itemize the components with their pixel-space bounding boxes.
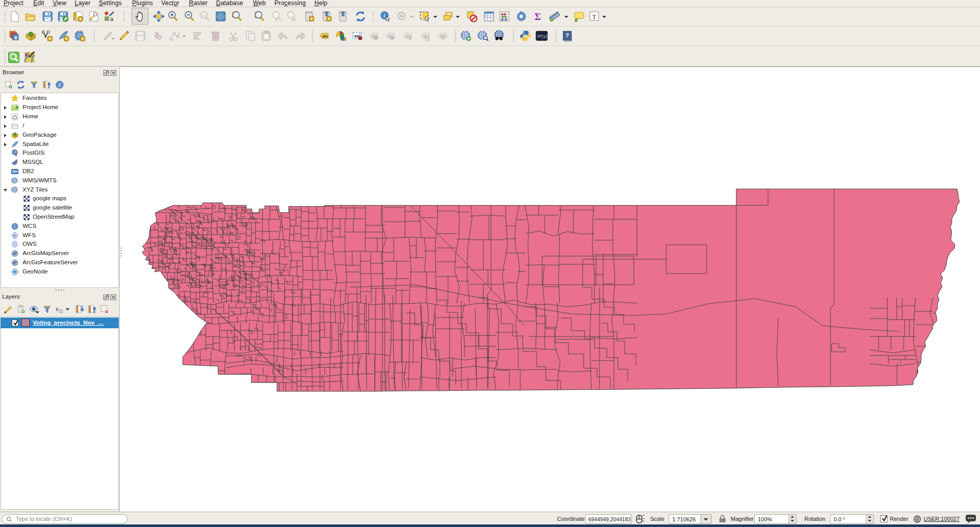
svg-text:DB2: DB2 — [12, 170, 18, 173]
svg-text:abc: abc — [423, 34, 430, 38]
svg-text:a: a — [110, 16, 114, 22]
svg-text:i: i — [59, 82, 60, 88]
svg-text:abc: abc — [406, 34, 412, 38]
svg-text:T: T — [592, 13, 596, 20]
svg-text:abc: abc — [323, 34, 329, 38]
svg-text:V: V — [13, 234, 16, 238]
svg-text:Σ: Σ — [535, 11, 541, 22]
svg-text:abc: abc — [389, 34, 395, 38]
svg-text:1:1: 1:1 — [202, 13, 206, 17]
svg-text:IP[y]:: IP[y]: — [537, 34, 548, 38]
svg-text:?: ? — [566, 32, 569, 38]
svg-text:ε: ε — [56, 305, 59, 312]
